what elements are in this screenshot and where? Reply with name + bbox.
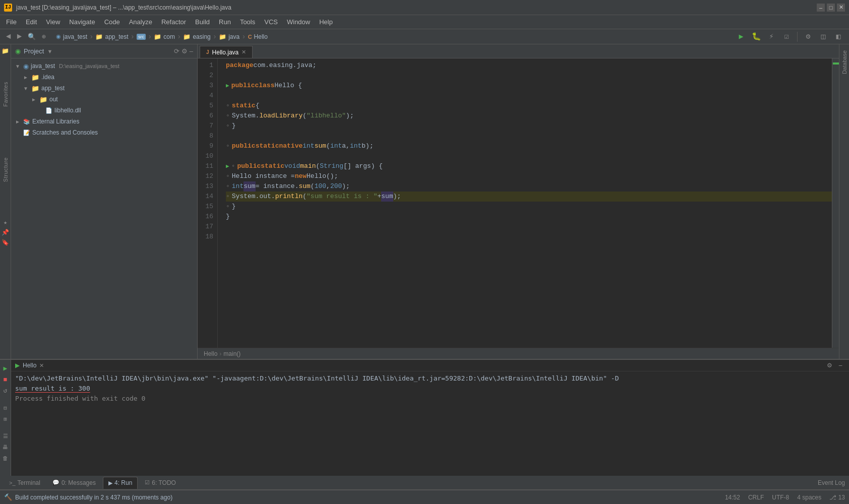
project-toggle-icon[interactable]: 📁 [1, 46, 10, 55]
expand-arrow-app_test[interactable]: ▼ [23, 86, 29, 91]
bookmark-icon[interactable]: 🔖 [1, 238, 10, 247]
bottom-print-icon[interactable]: 🖶 [1, 443, 10, 452]
code-line-8 [226, 131, 832, 141]
event-log-link[interactable]: Event Log [818, 479, 845, 486]
back-button[interactable]: ◄ [4, 31, 13, 42]
bc-footer-main[interactable]: main() [223, 350, 240, 357]
toolbar-sep1 [797, 32, 798, 42]
sync-icon[interactable]: ⟳ [174, 47, 179, 55]
gear-icon[interactable]: ⚙ [181, 47, 188, 55]
run-minimize-icon[interactable]: – [836, 361, 845, 370]
layout-button2[interactable]: ◧ [832, 30, 845, 43]
app_test-folder-icon: 📁 [31, 85, 39, 92]
run-settings-icon[interactable]: ⚙ [825, 361, 834, 370]
expand-arrow-libs[interactable]: ► [15, 119, 21, 124]
breadcrumb-easing[interactable]: 📁 easing [183, 33, 210, 40]
tree-app_test[interactable]: ▼ 📁 app_test [11, 83, 197, 94]
menu-window[interactable]: Window [283, 17, 314, 27]
tree-out[interactable]: ► 📁 out [11, 94, 197, 105]
star-icon[interactable]: ★ [1, 218, 10, 227]
menu-run[interactable]: Run [215, 17, 235, 27]
breadcrumb-java_test[interactable]: ◉ java_test [56, 33, 87, 40]
tree-libhello[interactable]: ► 📄 libhello.dll [11, 105, 197, 116]
tree-root-label: java_test [31, 62, 55, 70]
run-gutter-3[interactable]: ▶ [226, 81, 229, 91]
code-content[interactable]: package com.easing.java; ▶ public class … [218, 58, 832, 348]
bottom-trash-icon[interactable]: 🗑 [1, 454, 10, 463]
status-indent[interactable]: 4 spaces [797, 494, 821, 501]
profile-button[interactable]: ☑ [780, 30, 793, 43]
breadcrumb-app_test[interactable]: 📁 app_test [95, 33, 128, 40]
maximize-button[interactable]: □ [827, 4, 835, 12]
console-output[interactable]: "D:\dev\JetBrains\IntelliJ IDEA\jbr\bin\… [11, 371, 849, 476]
bottom-rerun-icon[interactable]: ↺ [1, 386, 10, 395]
pin-icon[interactable]: 📌 [1, 228, 10, 237]
settings-button[interactable]: ⚙ [802, 30, 815, 43]
tree-scratches[interactable]: ► 📝 Scratches and Consoles [11, 127, 197, 138]
project-dropdown-icon[interactable]: ▼ [47, 48, 52, 54]
expand-arrow-idea[interactable]: ► [23, 75, 29, 80]
run-gutter-11[interactable]: ▶ [226, 161, 229, 171]
bottom-wrap-icon[interactable]: ⊞ [1, 414, 10, 423]
layout-button1[interactable]: ◫ [817, 30, 830, 43]
status-crlf[interactable]: CRLF [748, 494, 764, 501]
status-bar: 🔨 Build completed successfully in 2 s 43… [0, 490, 849, 504]
folder-icon4: 📁 [219, 33, 226, 40]
debug-button[interactable]: 🐛 [750, 30, 763, 43]
project-icon: ◉ [15, 47, 21, 55]
code-line-1: package com.easing.java; [226, 60, 832, 71]
tree-idea[interactable]: ► 📁 .idea [11, 72, 197, 83]
bottom-scroll-icon[interactable]: ⊟ [1, 403, 10, 412]
window-controls[interactable]: – □ ✕ [817, 4, 845, 12]
minimize-button[interactable]: – [817, 4, 825, 12]
editor-with-gutter: 1 2 3 4 5 6 7 8 9 10 11 12 13 14 15 16 1 [198, 58, 839, 348]
menu-navigate[interactable]: Navigate [65, 17, 99, 27]
menu-vcs[interactable]: VCS [260, 17, 282, 27]
menu-file[interactable]: File [2, 17, 21, 27]
bottom-settings-icon[interactable]: ☰ [1, 431, 10, 440]
menu-build[interactable]: Build [191, 17, 214, 27]
tab-run[interactable]: ▶ 4: Run [103, 477, 138, 489]
bc-easing-label: easing [193, 33, 210, 40]
expand-arrow-root[interactable]: ▼ [15, 64, 21, 69]
menu-edit[interactable]: Edit [22, 17, 41, 27]
tab-close-icon[interactable]: ✕ [241, 49, 246, 55]
collapse-icon[interactable]: – [190, 47, 193, 55]
tree-ext-libs[interactable]: ► 📚 External Libraries [11, 116, 197, 127]
breadcrumb-hello-class[interactable]: C Hello [248, 33, 268, 40]
bottom-stop-icon[interactable]: ■ [1, 375, 10, 384]
menu-view[interactable]: View [42, 17, 64, 27]
database-label[interactable]: Database [840, 46, 848, 78]
nav-search1[interactable]: 🔍 [26, 32, 38, 42]
tab-terminal[interactable]: >_ Terminal [4, 477, 45, 489]
coverage-button[interactable]: ⚡ [765, 30, 778, 43]
status-encoding[interactable]: UTF-8 [772, 494, 789, 501]
code-line-5: ◦ static { [226, 101, 832, 111]
tab-terminal-label: Terminal [18, 479, 40, 486]
menu-refactor[interactable]: Refactor [157, 17, 190, 27]
run-tab-label[interactable]: Hello [23, 362, 36, 369]
breadcrumb-src[interactable]: src [137, 34, 146, 40]
console-result-text: sum result is : 300 [15, 384, 90, 394]
tree-root[interactable]: ▼ ◉ java_test D:\easing_java\java_test [11, 60, 197, 72]
dll-icon: 📄 [45, 107, 52, 114]
sidebar-favorites-label[interactable]: Favorites [2, 78, 10, 111]
close-button[interactable]: ✕ [837, 4, 845, 12]
sidebar-structure-label[interactable]: Structure [2, 153, 10, 186]
menu-help[interactable]: Help [315, 17, 337, 27]
tab-todo[interactable]: ☑ 6: TODO [140, 477, 181, 489]
tab-messages[interactable]: 💬 0: Messages [47, 477, 101, 489]
nav-search2[interactable]: ⊕ [40, 32, 48, 42]
menu-analyze[interactable]: Analyze [125, 17, 156, 27]
breadcrumb-java[interactable]: 📁 java [219, 33, 239, 40]
forward-button[interactable]: ► [15, 31, 24, 42]
breadcrumb-com[interactable]: 📁 com [154, 33, 175, 40]
run-button[interactable]: ▶ [735, 30, 748, 43]
run-tab-close[interactable]: ✕ [39, 362, 44, 369]
menu-tools[interactable]: Tools [236, 17, 259, 27]
menu-code[interactable]: Code [100, 17, 124, 27]
bc-footer-hello[interactable]: Hello [204, 350, 217, 357]
expand-arrow-out[interactable]: ► [31, 97, 37, 102]
bottom-run-icon[interactable]: ▶ [1, 364, 10, 373]
tab-hello-java[interactable]: J Hello.java ✕ [200, 46, 253, 58]
